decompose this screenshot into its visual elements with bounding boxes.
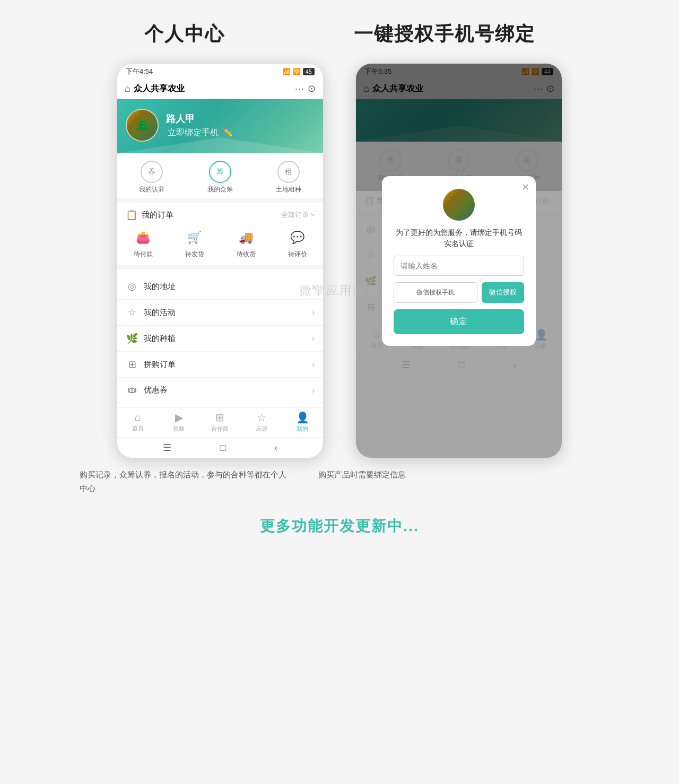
quick-nav-tuzu[interactable]: 租 土地租种 (276, 161, 301, 194)
wechat-phone-btn[interactable]: 微信授权手机 (394, 282, 477, 303)
modal-close-icon[interactable]: ✕ (521, 181, 529, 193)
tuzu-label: 土地租种 (276, 185, 301, 194)
activity-arrow: › (312, 308, 315, 317)
wait-receive-label: 待收货 (237, 250, 256, 259)
quick-nav-zhongchou[interactable]: 筹 我的众筹 (207, 161, 233, 194)
auth-modal: ✕ 为了更好的为您服务，请绑定手机号码实名认证 微信授权手机 微信授权 确定 (382, 176, 536, 346)
menu-activity[interactable]: ☆ 我的活动 › (117, 300, 323, 326)
coupon-arrow: › (312, 386, 315, 395)
descriptions-row: 购买记录，众筹认养，报名的活动，参与的合种等都在个人中心 购买产品时需要绑定信息 (74, 468, 605, 495)
orders-header-icon: 📋 (126, 209, 137, 221)
nav-partner-label: 合作商 (211, 425, 229, 433)
zhongchou-label: 我的众筹 (207, 185, 233, 194)
confirm-button[interactable]: 确定 (394, 309, 524, 334)
plant-arrow: › (312, 334, 315, 343)
plant-label: 我的种植 (144, 334, 307, 344)
battery-badge: 45 (303, 68, 315, 75)
wait-ship-label: 待发货 (185, 250, 204, 259)
right-title: 一键授权手机号绑定 (354, 21, 535, 47)
orders-icons-row: 👛 待付款 🛒 待发货 🚚 待收货 💬 待评价 (117, 224, 323, 269)
left-phone: 下午4:54 📶 🛜 45 ⌂ 众人共享农业 ··· ⊙ 🌲 路人甲 立即绑定手… (117, 63, 324, 458)
left-menu-group: ◎ 我的地址 › ☆ 我的活动 › 🌿 我的种植 › ⊞ 拼购订单 › 🎟 (117, 274, 323, 403)
nav-mine[interactable]: 👤 我的 (282, 411, 323, 433)
address-icon: ◎ (126, 281, 138, 292)
android-menu[interactable]: ☰ (163, 442, 171, 454)
left-quick-nav: 养 我的认养 筹 我的众筹 租 土地租种 (117, 153, 323, 203)
nav-home[interactable]: ⌂ 首页 (117, 411, 159, 433)
menu-plant[interactable]: 🌿 我的种植 › (117, 326, 323, 352)
address-arrow: › (312, 282, 315, 291)
orders-label: 我的订单 (142, 210, 281, 220)
nav-partner[interactable]: ⊞ 合作商 (199, 411, 241, 433)
group-buy-label: 拼购订单 (144, 360, 307, 370)
target-icon[interactable]: ⊙ (308, 83, 316, 94)
coupon-icon: 🎟 (126, 385, 138, 396)
left-status-icons: 📶 🛜 45 (283, 68, 315, 75)
tuzu-circle: 租 (277, 161, 300, 183)
more-icon[interactable]: ··· (295, 83, 304, 94)
left-app-title: 众人共享农业 (134, 83, 292, 94)
wait-review-icon: 💬 (288, 228, 307, 247)
menu-group-buy[interactable]: ⊞ 拼购订单 › (117, 352, 323, 378)
modal-overlay: ✕ 为了更好的为您服务，请绑定手机号码实名认证 微信授权手机 微信授权 确定 (356, 64, 562, 458)
nav-mine-label: 我的 (297, 425, 308, 433)
left-profile-banner: 🌲 路人甲 立即绑定手机 ✏️ (117, 99, 323, 153)
menu-address[interactable]: ◎ 我的地址 › (117, 274, 323, 300)
left-app-header: ⌂ 众人共享农业 ··· ⊙ (117, 79, 323, 99)
nav-mine-icon: 👤 (296, 411, 309, 424)
left-android-nav: ☰ □ ‹ (117, 437, 323, 458)
android-home[interactable]: □ (220, 442, 226, 454)
right-description: 购买产品时需要绑定信息 (318, 468, 525, 495)
nav-home-icon: ⌂ (135, 411, 141, 423)
order-wait-receive[interactable]: 🚚 待收货 (237, 228, 256, 259)
activity-label: 我的活动 (144, 308, 307, 318)
yanghu-circle: 养 (141, 161, 163, 183)
wifi-icon: 🛜 (293, 68, 301, 75)
name-input[interactable] (394, 256, 524, 276)
nav-game-icon: ☆ (257, 411, 266, 424)
wait-ship-icon: 🛒 (185, 228, 204, 247)
footer-text: 更多功能开发更新中... (260, 516, 419, 536)
address-label: 我的地址 (144, 282, 307, 292)
profile-name: 路人甲 (166, 112, 233, 125)
group-buy-icon: ⊞ (126, 359, 138, 370)
android-back[interactable]: ‹ (274, 442, 277, 454)
nav-video-label: 视频 (173, 425, 185, 433)
menu-coupon[interactable]: 🎟 优惠券 › (117, 378, 323, 403)
left-profile-info: 路人甲 立即绑定手机 ✏️ (166, 112, 233, 138)
nav-home-label: 首页 (132, 424, 144, 432)
profile-bind[interactable]: 立即绑定手机 ✏️ (166, 127, 233, 138)
modal-avatar-image (443, 189, 475, 221)
nav-video[interactable]: ▶ 视频 (159, 411, 200, 433)
order-wait-pay[interactable]: 👛 待付款 (134, 228, 153, 259)
order-wait-ship[interactable]: 🛒 待发货 (185, 228, 204, 259)
wait-review-label: 待评价 (288, 250, 307, 259)
quick-nav-yanghu[interactable]: 养 我的认养 (139, 161, 164, 194)
left-status-bar: 下午4:54 📶 🛜 45 (117, 64, 323, 79)
left-title: 个人中心 (144, 21, 225, 47)
page-titles: 个人中心 一键授权手机号绑定 (80, 21, 599, 47)
left-time: 下午4:54 (126, 67, 153, 76)
group-buy-arrow: › (312, 360, 315, 369)
left-description: 购买记录，众筹认养，报名的活动，参与的合种等都在个人中心 (80, 468, 286, 495)
home-icon[interactable]: ⌂ (125, 83, 130, 94)
left-bottom-nav: ⌂ 首页 ▶ 视频 ⊞ 合作商 ☆ 乐游 👤 我的 (117, 407, 323, 437)
orders-all-link[interactable]: 全部订单 > (281, 210, 315, 220)
wait-receive-icon: 🚚 (237, 228, 256, 247)
plant-icon: 🌿 (126, 333, 138, 344)
wechat-auth-btn[interactable]: 微信授权 (482, 282, 524, 303)
right-phone: 下午5:35 📶 🛜 44 ⌂ 众人共享农业 ··· ⊙ 养 我的认养 筹 (355, 63, 562, 458)
zhongchou-circle: 筹 (209, 161, 231, 183)
orders-header: 📋 我的订单 全部订单 > (117, 203, 323, 224)
order-wait-review[interactable]: 💬 待评价 (288, 228, 307, 259)
activity-icon: ☆ (126, 307, 138, 318)
phones-row: 下午4:54 📶 🛜 45 ⌂ 众人共享农业 ··· ⊙ 🌲 路人甲 立即绑定手… (74, 63, 605, 458)
nav-partner-icon: ⊞ (215, 411, 224, 424)
modal-desc: 为了更好的为您服务，请绑定手机号码实名认证 (394, 227, 524, 249)
nav-game[interactable]: ☆ 乐游 (241, 411, 282, 433)
nav-game-label: 乐游 (256, 425, 267, 433)
wait-pay-icon: 👛 (134, 228, 153, 247)
left-avatar[interactable]: 🌲 (126, 109, 159, 142)
yanghu-label: 我的认养 (139, 185, 164, 194)
modal-btn-row: 微信授权手机 微信授权 (394, 282, 524, 303)
